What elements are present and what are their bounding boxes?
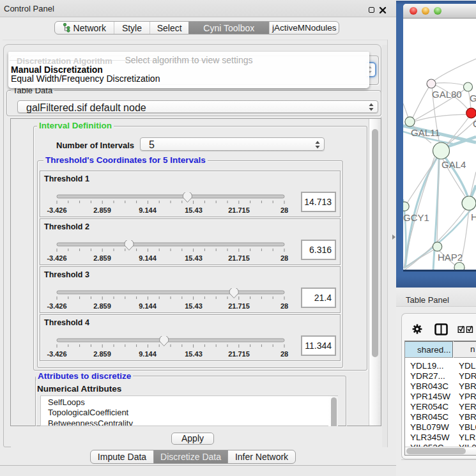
svg-text:GAL4: GAL4: [441, 159, 466, 170]
svg-text:GCY1: GCY1: [403, 212, 429, 223]
svg-text:GAL11: GAL11: [411, 127, 440, 138]
svg-text:H: H: [471, 211, 476, 222]
svg-text:HAP2: HAP2: [438, 252, 463, 263]
svg-text:GA: GA: [470, 93, 476, 104]
svg-text:GAL80: GAL80: [432, 89, 462, 100]
svg-text:C: C: [473, 118, 476, 129]
